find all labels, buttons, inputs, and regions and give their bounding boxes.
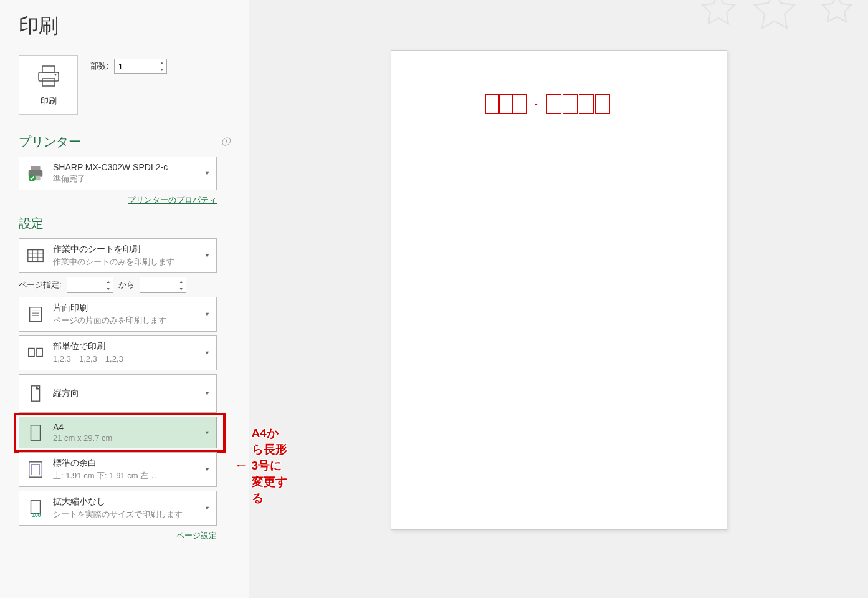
margins-selector[interactable]: 標準の余白 上: 1.91 cm 下: 1.91 cm 左… ▼ [19, 452, 217, 487]
scale-icon: 100 [26, 498, 45, 518]
svg-rect-1 [39, 72, 59, 81]
single-side-icon [26, 304, 45, 324]
page-spec-label: ページ指定: [19, 279, 62, 291]
svg-rect-0 [42, 66, 55, 72]
postal-code-boxes: - [485, 94, 611, 114]
copies-down[interactable]: ▼ [158, 66, 166, 73]
spin-down[interactable]: ▼ [177, 285, 186, 292]
svg-rect-20 [31, 425, 41, 440]
chevron-down-icon: ▼ [204, 170, 210, 176]
printer-ready-icon [26, 163, 45, 183]
print-preview-panel: - [249, 0, 868, 598]
chevron-down-icon: ▼ [204, 390, 210, 397]
page-title: 印刷 [19, 12, 230, 40]
printer-status: 準備完了 [53, 173, 210, 185]
chevron-down-icon: ▼ [204, 466, 210, 473]
grid-icon [26, 246, 45, 266]
portrait-icon [26, 383, 45, 403]
orientation-selector[interactable]: 縦方向 ▼ [19, 374, 217, 413]
page-setup-link[interactable]: ページ設定 [176, 531, 217, 540]
svg-marker-22 [237, 465, 239, 467]
print-button[interactable]: 印刷 [19, 55, 78, 115]
print-settings-panel: 印刷 印刷 部数: ▲ ▼ プリンター ⓘ [0, 0, 249, 598]
star-decoration [694, 0, 868, 37]
chevron-down-icon: ▼ [204, 311, 210, 317]
chevron-down-icon: ▼ [204, 253, 210, 259]
scaling-selector[interactable]: 100 拡大縮小なし シートを実際のサイズで印刷します ▼ [19, 491, 217, 526]
print-button-label: 印刷 [41, 95, 57, 107]
settings-section-header: 設定 [19, 215, 44, 232]
collate-selector[interactable]: 部単位で印刷 1,2,3 1,2,3 1,2,3 ▼ [19, 335, 217, 370]
svg-rect-2 [42, 79, 55, 86]
printer-properties-link[interactable]: プリンターのプロパティ [128, 195, 217, 205]
print-what-selector[interactable]: 作業中のシートを印刷 作業中のシートのみを印刷します ▼ [19, 238, 217, 273]
copies-label: 部数: [90, 60, 109, 72]
sides-selector[interactable]: 片面印刷 ページの片面のみを印刷します ▼ [19, 297, 217, 332]
svg-rect-13 [30, 307, 42, 322]
margins-icon [26, 460, 45, 480]
spin-up[interactable]: ▲ [104, 277, 113, 285]
svg-rect-24 [31, 465, 39, 475]
spin-down[interactable]: ▼ [104, 285, 113, 292]
svg-point-3 [54, 74, 56, 76]
svg-text:100: 100 [32, 512, 41, 518]
printer-selector[interactable]: SHARP MX-C302W SPDL2-c 準備完了 ▼ [19, 157, 217, 190]
spin-up[interactable]: ▲ [177, 277, 186, 285]
copies-up[interactable]: ▲ [158, 59, 166, 66]
page-icon [26, 423, 45, 443]
info-icon[interactable]: ⓘ [221, 137, 230, 148]
collate-icon [26, 343, 45, 363]
preview-page: - [391, 50, 727, 530]
printer-name: SHARP MX-C302W SPDL2-c [53, 162, 210, 172]
chevron-down-icon: ▼ [204, 430, 210, 436]
svg-rect-5 [31, 166, 41, 170]
svg-rect-17 [29, 349, 34, 357]
arrow-left-icon [237, 460, 246, 472]
chevron-down-icon: ▼ [204, 350, 210, 356]
chevron-down-icon: ▼ [204, 505, 210, 511]
svg-rect-18 [37, 349, 42, 357]
page-to-label: から [118, 279, 135, 291]
paper-size-selector[interactable]: A4 21 cm x 29.7 cm ▼ [19, 417, 217, 448]
svg-rect-8 [28, 250, 43, 262]
printer-section-header: プリンター [19, 133, 81, 150]
printer-icon [36, 64, 61, 90]
